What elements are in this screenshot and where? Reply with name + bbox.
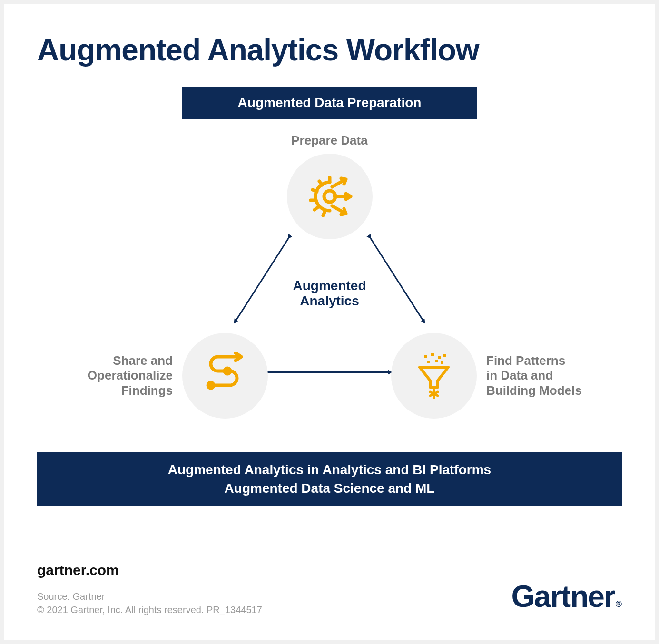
diagram-card: Augmented Analytics Workflow Augmented D… xyxy=(4,4,655,640)
node-prepare-data: Prepare Data xyxy=(258,133,401,239)
node-find-patterns: Find Patterns in Data and Building Model… xyxy=(391,333,591,419)
node-share-findings: Share and Operationalize Findings xyxy=(68,333,268,419)
banner-bottom: Augmented Analytics in Analytics and BI … xyxy=(37,452,622,506)
svg-rect-13 xyxy=(427,361,430,363)
node-circle xyxy=(287,154,373,239)
svg-line-1 xyxy=(371,238,425,323)
svg-rect-11 xyxy=(438,356,441,359)
brand-name: Gartner xyxy=(511,579,615,614)
registered-mark: ® xyxy=(616,599,622,609)
svg-line-6 xyxy=(332,206,344,213)
footer-url: gartner.com xyxy=(37,562,622,578)
node-label: Find Patterns in Data and Building Model… xyxy=(477,353,591,398)
svg-line-0 xyxy=(235,238,289,323)
node-circle xyxy=(391,333,477,419)
brand-logo: Gartner® xyxy=(511,579,622,614)
node-label: Prepare Data xyxy=(258,133,401,148)
path-arrow-icon xyxy=(201,352,249,400)
svg-line-4 xyxy=(332,180,344,187)
svg-rect-15 xyxy=(441,361,443,364)
svg-rect-10 xyxy=(431,353,434,356)
svg-rect-14 xyxy=(435,360,438,362)
svg-point-8 xyxy=(225,368,230,374)
center-label: AugmentedAnalytics xyxy=(293,278,366,309)
node-label: Share and Operationalize Findings xyxy=(68,353,182,398)
node-circle xyxy=(182,333,268,419)
banner-top: Augmented Data Preparation xyxy=(182,87,477,119)
gear-arrows-icon xyxy=(306,173,354,220)
svg-rect-12 xyxy=(443,354,446,357)
diagram-title: Augmented Analytics Workflow xyxy=(37,32,622,68)
diagram-area: Prepare Data xyxy=(37,133,622,428)
svg-point-7 xyxy=(208,382,214,388)
svg-rect-9 xyxy=(424,355,427,358)
funnel-data-icon xyxy=(410,352,458,400)
